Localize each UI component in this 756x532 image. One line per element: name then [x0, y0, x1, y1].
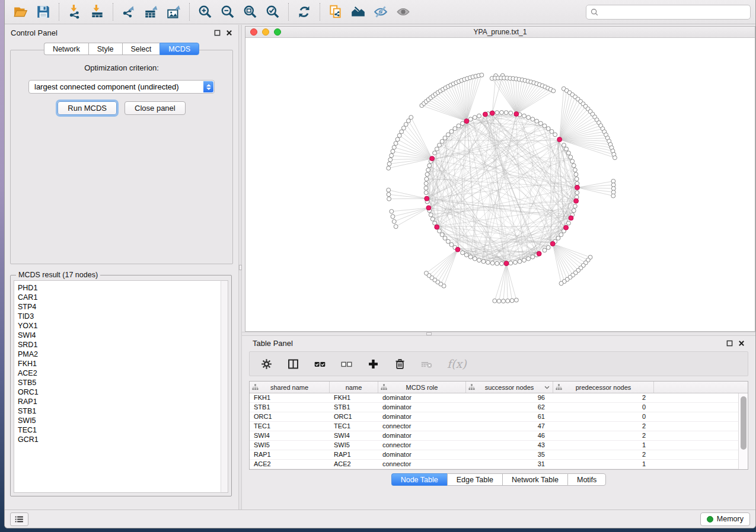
network-node[interactable] [566, 221, 570, 225]
network-node[interactable] [537, 251, 541, 256]
network-node[interactable] [395, 137, 400, 142]
table-row[interactable]: SWI4SWI4dominator462 [250, 431, 738, 441]
network-node[interactable] [443, 236, 447, 240]
network-node[interactable] [446, 133, 450, 137]
close-panel-button[interactable]: Close panel [125, 101, 186, 115]
network-node[interactable] [392, 145, 396, 149]
network-node[interactable] [556, 236, 560, 240]
network-node[interactable] [449, 242, 454, 246]
network-node[interactable] [394, 225, 398, 229]
close-panel-icon[interactable] [738, 340, 745, 347]
delete-column-button[interactable] [394, 358, 406, 370]
clone-network-button[interactable] [324, 2, 347, 22]
list-item[interactable]: STP4 [18, 302, 228, 312]
network-node[interactable] [514, 111, 519, 116]
network-node[interactable] [531, 117, 535, 121]
float-panel-icon[interactable] [726, 340, 733, 347]
select-all-button[interactable] [314, 358, 326, 370]
close-panel-icon[interactable] [226, 30, 232, 36]
network-node[interactable] [572, 209, 576, 213]
list-item[interactable]: CAR1 [18, 293, 228, 302]
network-node[interactable] [501, 299, 505, 303]
network-node[interactable] [430, 217, 435, 221]
list-item[interactable]: TEC1 [18, 425, 228, 435]
network-node[interactable] [550, 129, 554, 133]
import-network-button[interactable] [63, 2, 86, 22]
network-node[interactable] [438, 143, 442, 148]
network-node[interactable] [538, 121, 543, 126]
network-node[interactable] [573, 168, 577, 172]
network-node[interactable] [527, 257, 531, 261]
tab-style[interactable]: Style [88, 43, 122, 55]
column-header-predecessor-nodes[interactable]: predecessor nodes [553, 382, 654, 393]
network-node[interactable] [518, 259, 522, 264]
network-node[interactable] [574, 172, 578, 177]
network-node[interactable] [473, 116, 477, 120]
network-node[interactable] [613, 156, 617, 160]
network-node[interactable] [424, 181, 428, 185]
network-node[interactable] [480, 73, 484, 77]
network-node[interactable] [457, 124, 461, 128]
save-session-button[interactable] [32, 2, 55, 22]
table-row[interactable]: FKH1FKH1dominator962 [250, 393, 738, 403]
mcds-result-list[interactable]: PHD1CAR1STP4TID3YOX1SWI4SRD1PMA2FKH1ACE2… [14, 280, 228, 493]
network-node[interactable] [564, 147, 569, 151]
network-node[interactable] [391, 214, 395, 219]
network-node[interactable] [461, 121, 465, 126]
network-node[interactable] [477, 258, 481, 262]
network-node[interactable] [509, 111, 513, 115]
network-node[interactable] [493, 299, 497, 303]
network-node[interactable] [424, 186, 428, 190]
network-node[interactable] [429, 213, 433, 217]
add-column-button[interactable] [367, 358, 379, 370]
network-node[interactable] [550, 241, 555, 246]
network-node[interactable] [400, 130, 404, 134]
network-node[interactable] [453, 127, 457, 131]
import-table-button[interactable] [86, 2, 109, 22]
deselect-all-button[interactable] [340, 358, 353, 370]
network-node[interactable] [425, 172, 429, 177]
list-item[interactable]: TID3 [18, 312, 228, 321]
scrollbar-thumb[interactable] [741, 396, 747, 450]
network-node[interactable] [575, 191, 579, 195]
tab-node-table[interactable]: Node Table [391, 473, 447, 486]
network-node[interactable] [513, 260, 518, 264]
network-node[interactable] [551, 89, 556, 93]
network-node[interactable] [401, 126, 406, 130]
network-node[interactable] [435, 147, 439, 151]
network-node[interactable] [438, 229, 442, 233]
network-node[interactable] [473, 257, 477, 261]
export-table-button[interactable] [140, 2, 162, 22]
network-node[interactable] [446, 239, 450, 243]
network-node[interactable] [425, 196, 429, 201]
optimization-criterion-select[interactable]: largest connected component (undirected) [28, 80, 215, 94]
network-node[interactable] [531, 255, 535, 259]
mcds-result-scrollbar[interactable] [221, 280, 228, 493]
network-node[interactable] [546, 127, 550, 131]
column-header-successor-nodes[interactable]: successor nodes [466, 382, 553, 393]
network-node[interactable] [397, 133, 401, 137]
list-item[interactable]: GCR1 [18, 435, 228, 444]
column-header-shared-name[interactable]: shared name [250, 382, 330, 393]
search-field[interactable] [586, 5, 751, 20]
network-node[interactable] [573, 204, 577, 209]
network-node[interactable] [490, 111, 495, 116]
network-node[interactable] [557, 137, 562, 142]
network-node[interactable] [504, 111, 508, 115]
list-item[interactable]: ORC1 [18, 387, 228, 397]
network-node[interactable] [424, 191, 428, 195]
tab-network-table[interactable]: Network Table [502, 473, 567, 486]
table-row[interactable]: SWI5SWI5connector431 [250, 441, 738, 450]
network-node[interactable] [387, 197, 391, 201]
network-node[interactable] [390, 209, 394, 213]
network-node[interactable] [553, 133, 557, 137]
network-node[interactable] [426, 168, 430, 172]
refresh-button[interactable] [293, 2, 315, 22]
network-node[interactable] [449, 129, 454, 133]
network-node[interactable] [570, 159, 575, 164]
float-panel-icon[interactable] [214, 30, 221, 36]
network-node[interactable] [559, 281, 563, 286]
network-node[interactable] [387, 166, 391, 170]
network-node[interactable] [433, 151, 437, 155]
network-node[interactable] [426, 206, 431, 210]
